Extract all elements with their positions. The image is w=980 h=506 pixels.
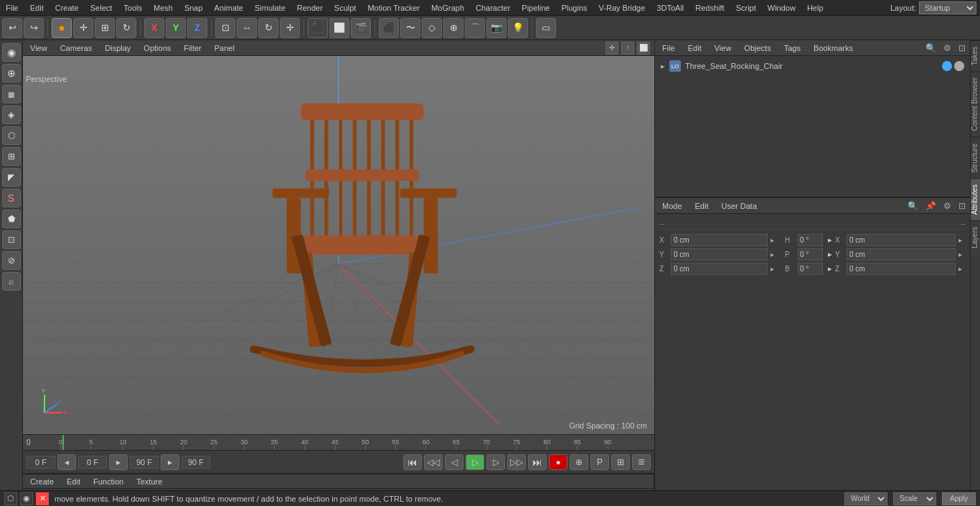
vp-menu-panel[interactable]: Panel [212, 42, 237, 54]
sidebar-mode-btn-8[interactable]: S [2, 189, 21, 207]
menu-item-animate[interactable]: Animate [209, 4, 249, 12]
menu-item-3dtoall[interactable]: 3DToAll [651, 4, 689, 12]
preview-end-input[interactable] [130, 456, 159, 469]
sidebar-mode-btn-9[interactable]: ⬟ [2, 210, 21, 228]
schematic-button[interactable]: ≡ [632, 454, 651, 470]
viewport-canvas[interactable]: Perspective [23, 56, 654, 434]
menu-item-create[interactable]: Create [50, 4, 85, 12]
attr-settings-icon[interactable]: ⚙ [943, 201, 951, 211]
menu-item-character[interactable]: Character [470, 4, 516, 12]
nurbs-button[interactable]: ◇ [422, 18, 442, 38]
keyframe-mode-button[interactable]: ⊞ [611, 454, 630, 470]
undo-button[interactable]: ↩ [2, 18, 22, 38]
tab-content-browser[interactable]: Content Browser [971, 71, 980, 136]
om-menu-tags[interactable]: Tags [781, 42, 804, 54]
tab-takes[interactable]: Takes [971, 40, 980, 71]
y-scale-input[interactable] [847, 248, 956, 261]
cube-button[interactable]: ⬛ [379, 18, 399, 38]
current-frame-input[interactable] [78, 456, 107, 469]
transform-button[interactable]: ⊡ [215, 18, 235, 38]
menu-item-select[interactable]: Select [85, 4, 118, 12]
sidebar-mode-btn-4[interactable]: ◈ [2, 106, 21, 124]
prev-frame-button[interactable]: ◁ [445, 454, 463, 470]
attr-expand-icon[interactable]: ⊡ [958, 201, 966, 211]
add-button[interactable]: ✛ [280, 18, 300, 38]
sidebar-mode-btn-3[interactable]: ▦ [2, 85, 21, 103]
redo-button[interactable]: ↪ [24, 18, 44, 38]
rotate-tool-button[interactable]: ↻ [258, 18, 278, 38]
menu-item-simulate[interactable]: Simulate [249, 4, 291, 12]
axis-y-button[interactable]: Y [166, 18, 186, 38]
om-settings-icon[interactable]: ⚙ [943, 43, 951, 53]
om-menu-view[interactable]: View [712, 42, 735, 54]
menu-item-window[interactable]: Window [762, 4, 801, 12]
sidebar-mode-btn-12[interactable]: ⌕ [2, 272, 21, 291]
h-rot-input[interactable] [798, 234, 823, 246]
menu-item-snap[interactable]: Snap [179, 4, 209, 12]
obj-dot-editor[interactable] [942, 61, 952, 71]
mograph-button[interactable]: ⊕ [443, 18, 463, 38]
om-menu-edit[interactable]: Edit [685, 42, 705, 54]
frame-step-down[interactable]: ◂ [57, 454, 76, 470]
menu-item-redshift[interactable]: Redshift [689, 4, 730, 12]
motion-button[interactable]: P [590, 454, 609, 470]
light-button[interactable]: 💡 [508, 18, 528, 38]
sidebar-mode-btn-10[interactable]: ⊡ [2, 230, 21, 249]
x-pos-input[interactable] [671, 234, 768, 246]
menu-item-mograph[interactable]: MoGraph [425, 4, 470, 12]
attr-menu-edit[interactable]: Edit [692, 200, 712, 212]
menu-item-render[interactable]: Render [291, 4, 329, 12]
menu-item-pipeline[interactable]: Pipeline [516, 4, 555, 12]
om-expand-icon[interactable]: ⊡ [958, 43, 966, 53]
y-pos-input[interactable] [671, 248, 768, 261]
render-region-button[interactable]: ⬛ [308, 18, 328, 38]
sidebar-mode-btn-6[interactable]: ⊞ [2, 147, 21, 166]
menu-item-motion-tracker[interactable]: Motion Tracker [362, 4, 425, 12]
scale-tool-button[interactable]: ↔ [237, 18, 257, 38]
axis-x-button[interactable]: X [144, 18, 164, 38]
scale-dropdown[interactable]: Scale [893, 492, 936, 505]
timeline-ruler[interactable]: 0 051015202530354045505560657075808590 [23, 435, 654, 451]
sidebar-mode-btn-7[interactable]: ◤ [2, 168, 21, 187]
p-rot-input[interactable] [798, 248, 823, 261]
vp-zoom-btn[interactable]: ↑ [621, 42, 634, 55]
mode-rotate-button[interactable]: ↻ [116, 18, 136, 38]
mat-menu-edit[interactable]: Edit [64, 476, 83, 487]
menu-item-v-ray-bridge[interactable]: V-Ray Bridge [593, 4, 651, 12]
om-menu-objects[interactable]: Objects [741, 42, 773, 54]
frame-position-indicator[interactable] [62, 435, 64, 450]
sidebar-mode-btn-2[interactable]: ⊕ [2, 64, 21, 83]
record-button[interactable]: ● [549, 454, 567, 470]
menu-item-edit[interactable]: Edit [24, 4, 50, 12]
obj-expand-icon[interactable]: ▸ [661, 62, 665, 71]
tab-attributes[interactable]: Attributes [971, 178, 980, 220]
z-scale-input[interactable] [847, 263, 956, 275]
first-frame-button[interactable]: ⏮ [403, 454, 422, 470]
sidebar-mode-btn-5[interactable]: ⬡ [2, 126, 21, 145]
obj-dot-render[interactable] [954, 61, 964, 71]
autokey-button[interactable]: ⊕ [570, 454, 588, 470]
vp-menu-view[interactable]: View [27, 42, 50, 54]
next-frame-button[interactable]: ▷ [486, 454, 505, 470]
vp-move-btn[interactable]: ✛ [606, 42, 618, 55]
mode-icon-2[interactable]: ◉ [20, 492, 33, 505]
attr-search-icon[interactable]: 🔍 [908, 201, 918, 211]
menu-item-file[interactable]: File [0, 4, 24, 12]
menu-item-sculpt[interactable]: Sculpt [329, 4, 362, 12]
sidebar-mode-btn-1[interactable]: ◉ [2, 43, 21, 62]
menu-item-plugins[interactable]: Plugins [555, 4, 593, 12]
vp-menu-options[interactable]: Options [141, 42, 174, 54]
b-rot-input[interactable] [798, 263, 823, 275]
om-menu-bookmarks[interactable]: Bookmarks [811, 42, 856, 54]
axis-z-button[interactable]: Z [187, 18, 207, 38]
menu-item-script[interactable]: Script [730, 4, 762, 12]
sidebar-mode-btn-11[interactable]: ⊘ [2, 251, 21, 270]
layout-dropdown[interactable]: Startup [919, 1, 976, 14]
menu-item-help[interactable]: Help [801, 4, 829, 12]
frame-step-up[interactable]: ▸ [109, 454, 128, 470]
mat-menu-texture[interactable]: Texture [133, 476, 165, 487]
vp-menu-cameras[interactable]: Cameras [57, 42, 95, 54]
frame-start-input[interactable] [27, 456, 55, 469]
mat-menu-create[interactable]: Create [27, 476, 57, 487]
om-menu-file[interactable]: File [659, 42, 678, 54]
